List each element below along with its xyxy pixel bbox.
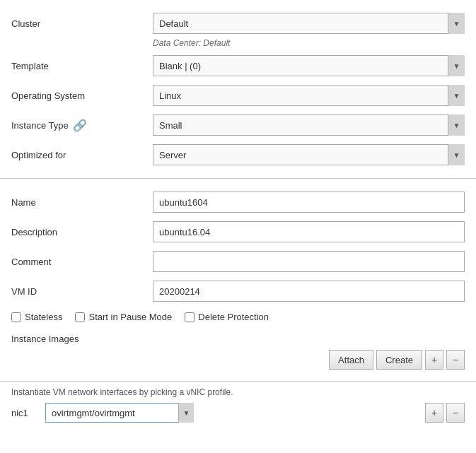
remove-nic-button[interactable]: −: [446, 403, 465, 423]
os-select-wrapper: Linux ▼: [153, 85, 465, 106]
description-row: Description: [0, 217, 476, 247]
cluster-select-wrapper: Default ▼: [153, 13, 465, 34]
instance-images-controls: Attach Create + −: [11, 347, 465, 372]
instance-type-icon: 🔗: [73, 119, 87, 132]
comment-input[interactable]: [153, 251, 465, 272]
cluster-control: Default ▼: [153, 13, 465, 34]
os-label: Operating System: [11, 90, 153, 101]
instance-type-select[interactable]: Small: [153, 114, 465, 136]
instance-type-row: Instance Type 🔗 Small ▼: [0, 110, 476, 140]
add-image-button[interactable]: +: [425, 350, 443, 370]
attach-button[interactable]: Attach: [329, 350, 373, 370]
template-select-wrapper: Blank | (0) ▼: [153, 55, 465, 76]
name-input[interactable]: [153, 192, 465, 213]
nic-row: nic1 ovirtmgmt/ovirtmgmt ▼ + −: [11, 403, 465, 423]
comment-control: [153, 251, 465, 272]
optimized-for-select-wrapper: Server ▼: [153, 144, 465, 165]
optimized-for-row: Optimized for Server ▼: [0, 140, 476, 170]
start-pause-label: Start in Pause Mode: [88, 312, 172, 322]
nic-hint: Instantiate VM network interfaces by pic…: [11, 387, 465, 397]
general-section: Cluster Default ▼ Data Center: Default T…: [0, 0, 476, 179]
nic-label: nic1: [11, 408, 40, 418]
template-select[interactable]: Blank | (0): [153, 55, 465, 76]
remove-image-button[interactable]: −: [446, 350, 465, 370]
stateless-label: Stateless: [25, 312, 62, 322]
checkbox-row: Stateless Start in Pause Mode Delete Pro…: [0, 306, 476, 328]
data-center-hint: Data Center: Default: [0, 38, 476, 51]
os-select[interactable]: Linux: [153, 85, 465, 106]
description-input[interactable]: [153, 221, 465, 242]
cluster-select[interactable]: Default: [153, 13, 465, 34]
os-control: Linux ▼: [153, 85, 465, 106]
template-row: Template Blank | (0) ▼: [0, 51, 476, 81]
cluster-label: Cluster: [11, 18, 153, 29]
instance-images-label: Instance Images: [11, 334, 465, 344]
nic-select[interactable]: ovirtmgmt/ovirtmgmt: [45, 403, 194, 423]
vm-id-control: [153, 281, 465, 302]
description-control: [153, 221, 465, 242]
delete-protection-checkbox[interactable]: [185, 312, 195, 322]
cluster-row: Cluster Default ▼: [0, 8, 476, 38]
delete-protection-checkbox-item: Delete Protection: [185, 312, 269, 322]
stateless-checkbox[interactable]: [11, 312, 21, 322]
add-nic-button[interactable]: +: [425, 403, 443, 423]
instance-images-section: Instance Images Attach Create + −: [0, 328, 476, 372]
template-control: Blank | (0) ▼: [153, 55, 465, 76]
instance-type-select-wrapper: Small ▼: [153, 114, 465, 136]
instance-type-control: Small ▼: [153, 114, 465, 136]
start-pause-checkbox[interactable]: [75, 312, 85, 322]
delete-protection-label: Delete Protection: [198, 312, 269, 322]
vm-id-row: VM ID: [0, 276, 476, 306]
stateless-checkbox-item: Stateless: [11, 312, 62, 322]
os-row: Operating System Linux ▼: [0, 81, 476, 110]
name-row: Name: [0, 187, 476, 217]
nic-section: Instantiate VM network interfaces by pic…: [0, 382, 476, 423]
vm-id-label: VM ID: [11, 286, 153, 297]
optimized-for-select[interactable]: Server: [153, 144, 465, 165]
description-label: Description: [11, 227, 153, 237]
comment-label: Comment: [11, 257, 153, 267]
template-label: Template: [11, 61, 153, 71]
optimized-for-control: Server ▼: [153, 144, 465, 165]
start-pause-checkbox-item: Start in Pause Mode: [75, 312, 172, 322]
comment-row: Comment: [0, 247, 476, 276]
vm-id-input[interactable]: [153, 281, 465, 302]
name-control: [153, 192, 465, 213]
create-button[interactable]: Create: [376, 350, 422, 370]
optimized-for-label: Optimized for: [11, 150, 153, 160]
instance-type-label: Instance Type 🔗: [11, 119, 153, 132]
nic-controls: + −: [425, 403, 465, 423]
name-label: Name: [11, 197, 153, 208]
nic-select-wrapper: ovirtmgmt/ovirtmgmt ▼: [45, 403, 194, 423]
details-section: Name Description Comment VM ID Stateless: [0, 179, 476, 382]
